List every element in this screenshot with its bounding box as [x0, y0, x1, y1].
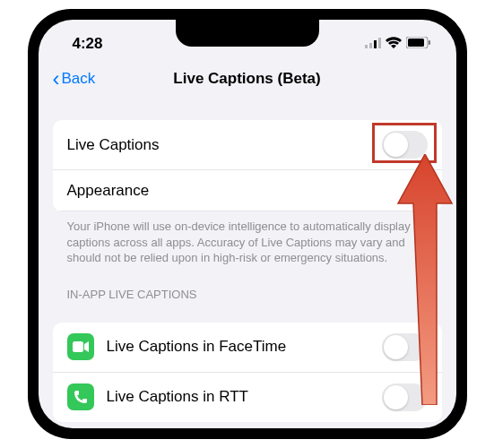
back-button[interactable]: ‹ Back — [53, 66, 96, 91]
content: Live Captions Appearance › Your iPhone w… — [39, 120, 456, 422]
chevron-right-icon: › — [422, 181, 428, 200]
settings-group-1: Live Captions Appearance › — [53, 120, 442, 211]
page-title: Live Captions (Beta) — [173, 70, 320, 88]
live-captions-toggle[interactable] — [382, 131, 428, 159]
screen: 4:28 ‹ Back Live Captions (Beta) — [39, 20, 456, 428]
svg-rect-0 — [365, 45, 368, 48]
chevron-left-icon: ‹ — [53, 66, 60, 91]
settings-group-2: Live Captions in FaceTime Live Captions … — [53, 323, 442, 422]
live-captions-row[interactable]: Live Captions — [53, 120, 442, 170]
status-icons — [365, 36, 431, 52]
svg-rect-3 — [378, 38, 381, 48]
status-time: 4:28 — [73, 35, 103, 53]
toggle-knob — [384, 133, 408, 157]
notch — [176, 20, 319, 47]
facetime-label: Live Captions in FaceTime — [107, 338, 287, 356]
appearance-row[interactable]: Appearance › — [53, 170, 442, 211]
live-captions-label: Live Captions — [67, 136, 160, 154]
back-label: Back — [62, 70, 96, 88]
facetime-icon — [67, 333, 94, 360]
rtt-row[interactable]: Live Captions in RTT — [53, 373, 442, 422]
rtt-toggle[interactable] — [382, 383, 428, 411]
section-header-inapp: IN-APP LIVE CAPTIONS — [53, 266, 442, 306]
facetime-toggle[interactable] — [382, 333, 428, 361]
toggle-knob — [384, 385, 408, 409]
svg-rect-7 — [73, 341, 83, 352]
svg-rect-6 — [429, 40, 430, 45]
nav-bar: ‹ Back Live Captions (Beta) — [39, 59, 456, 104]
phone-app-icon — [67, 383, 94, 410]
svg-rect-1 — [369, 43, 372, 48]
facetime-row[interactable]: Live Captions in FaceTime — [53, 323, 442, 373]
cellular-icon — [365, 36, 381, 52]
phone-frame: 4:28 ‹ Back Live Captions (Beta) — [28, 9, 467, 439]
svg-rect-5 — [408, 39, 424, 47]
rtt-label: Live Captions in RTT — [107, 388, 248, 406]
appearance-label: Appearance — [67, 182, 150, 200]
footer-text-1: Your iPhone will use on-device intellige… — [53, 211, 442, 266]
toggle-knob — [384, 335, 408, 359]
wifi-icon — [386, 36, 402, 52]
battery-icon — [406, 36, 431, 52]
svg-rect-2 — [374, 40, 377, 48]
